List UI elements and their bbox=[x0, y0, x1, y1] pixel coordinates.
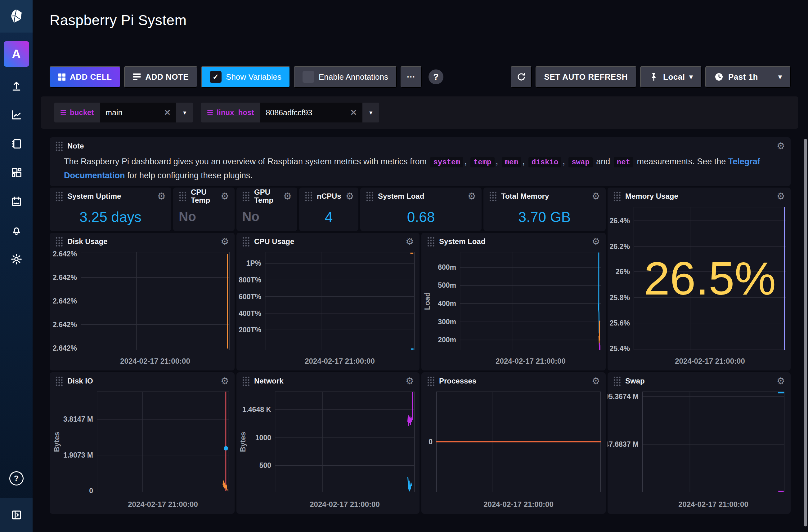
drag-handle-icon[interactable] bbox=[242, 236, 250, 247]
gear-icon[interactable]: ⚙ bbox=[777, 141, 785, 151]
x-axis-label: 2024-02-17 21:00:00 bbox=[642, 500, 785, 509]
dashboards-icon[interactable] bbox=[10, 166, 23, 179]
notebooks-icon[interactable] bbox=[10, 137, 23, 150]
gear-icon[interactable]: ⚙ bbox=[221, 192, 229, 201]
gear-icon[interactable]: ⚙ bbox=[221, 376, 229, 386]
drag-handle-icon[interactable] bbox=[489, 191, 497, 202]
drag-handle-icon[interactable] bbox=[55, 376, 63, 386]
drag-handle-icon[interactable] bbox=[242, 376, 250, 386]
variable-linux-host-input[interactable]: 8086adfccf93 ✕ bbox=[260, 102, 363, 122]
y-axis-tick-label: 2.642% bbox=[53, 320, 77, 329]
note-text-run: , bbox=[522, 157, 527, 166]
gear-icon[interactable]: ⚙ bbox=[592, 237, 600, 246]
drag-handle-icon[interactable] bbox=[179, 191, 186, 202]
influxdb-logo[interactable] bbox=[0, 0, 33, 33]
gear-icon[interactable]: ⚙ bbox=[777, 192, 785, 201]
alerts-icon[interactable] bbox=[10, 224, 23, 237]
set-auto-refresh-button[interactable]: SET AUTO REFRESH bbox=[536, 66, 637, 88]
cell-system-uptime: System Uptime ⚙ 3.25 days bbox=[50, 188, 171, 231]
more-options-button[interactable]: ··· bbox=[401, 66, 422, 88]
drag-handle-icon[interactable] bbox=[55, 141, 63, 151]
clear-icon[interactable]: ✕ bbox=[350, 108, 357, 117]
add-note-label: ADD NOTE bbox=[145, 72, 189, 82]
show-variables-toggle[interactable]: ✓ Show Variables bbox=[201, 66, 290, 88]
drag-handle-icon[interactable] bbox=[427, 376, 435, 386]
tasks-icon[interactable] bbox=[10, 195, 23, 208]
variable-bucket-input[interactable]: main ✕ bbox=[100, 102, 176, 122]
variable-bucket-dropdown[interactable]: bucket bbox=[54, 102, 100, 122]
add-note-button[interactable]: ADD NOTE bbox=[124, 66, 197, 88]
cell-title: Disk IO bbox=[67, 377, 93, 385]
drag-handle-icon[interactable] bbox=[305, 191, 312, 202]
chart-memory-usage: 26.4%26.2%26%25.8%25.6%25.4% 26.5% 2024-… bbox=[608, 188, 791, 370]
chevron-down-icon: ▾ bbox=[689, 73, 693, 81]
enable-annotations-toggle[interactable]: Enable Annotations bbox=[294, 66, 397, 88]
stat-value: 3.70 GB bbox=[483, 203, 606, 231]
variable-icon bbox=[207, 110, 213, 116]
sidebar-nav bbox=[0, 80, 33, 266]
gear-icon[interactable]: ⚙ bbox=[406, 237, 414, 246]
gear-icon[interactable]: ⚙ bbox=[777, 376, 785, 386]
gear-icon[interactable]: ⚙ bbox=[221, 237, 229, 246]
gear-icon[interactable]: ⚙ bbox=[467, 192, 476, 201]
y-axis-tick-label: 25.6% bbox=[610, 319, 630, 327]
drag-handle-icon[interactable] bbox=[366, 191, 373, 202]
settings-icon[interactable] bbox=[10, 253, 23, 266]
x-axis-label: 2024-02-17 21:00:00 bbox=[265, 357, 415, 365]
add-cell-button[interactable]: ADD CELL bbox=[50, 66, 121, 88]
avatar[interactable]: A bbox=[4, 41, 29, 66]
cell-total-memory: Total Memory ⚙ 3.70 GB bbox=[483, 188, 606, 231]
x-axis-label: 2024-02-17 21:00:00 bbox=[460, 357, 601, 365]
time-range-dropdown[interactable]: Past 1h ▾ bbox=[705, 66, 791, 88]
page-title[interactable]: Raspberry Pi System bbox=[50, 12, 187, 28]
y-axis-tick-label: 26% bbox=[616, 268, 630, 276]
drag-handle-icon[interactable] bbox=[427, 236, 435, 247]
vertical-scrollbar[interactable] bbox=[804, 139, 807, 527]
drag-handle-icon[interactable] bbox=[55, 191, 63, 202]
help-badge[interactable]: ? bbox=[428, 70, 443, 84]
cell-swap: Swap ⚙ 95.3674 M47.6837 M 2024-02-17 21:… bbox=[608, 372, 791, 514]
chart-network: Bytes 1.4648 K1000500 2024-02-17 21:00:0… bbox=[236, 372, 420, 514]
checkbox-unchecked-icon[interactable] bbox=[302, 71, 314, 83]
refresh-button[interactable] bbox=[511, 66, 532, 88]
ellipsis-icon: ··· bbox=[407, 72, 415, 82]
drag-handle-icon[interactable] bbox=[242, 191, 250, 202]
gear-icon[interactable]: ⚙ bbox=[592, 376, 600, 386]
gear-icon[interactable]: ⚙ bbox=[346, 192, 354, 201]
note-code-chip: swap bbox=[568, 157, 593, 167]
note-code-chip: temp bbox=[471, 157, 495, 167]
gear-icon[interactable]: ⚙ bbox=[283, 192, 292, 201]
time-range-label: Past 1h bbox=[728, 72, 758, 82]
help-icon[interactable]: ? bbox=[9, 471, 23, 486]
y-axis-tick-label: 0 bbox=[89, 487, 93, 495]
y-axis-tick-label: 0 bbox=[428, 438, 433, 446]
gear-icon[interactable]: ⚙ bbox=[592, 192, 600, 201]
gear-icon[interactable]: ⚙ bbox=[157, 192, 166, 201]
clear-icon[interactable]: ✕ bbox=[164, 108, 171, 117]
drag-handle-icon[interactable] bbox=[613, 376, 621, 386]
chevron-down-icon[interactable]: ▾ bbox=[176, 102, 193, 122]
drag-handle-icon[interactable] bbox=[55, 236, 63, 247]
gear-icon[interactable]: ⚙ bbox=[406, 376, 414, 386]
show-variables-label: Show Variables bbox=[226, 72, 281, 82]
timezone-dropdown[interactable]: Local ▾ bbox=[640, 66, 702, 88]
data-explorer-icon[interactable] bbox=[10, 109, 23, 121]
checkbox-checked-icon[interactable]: ✓ bbox=[210, 71, 222, 83]
x-axis-label: 2024-02-17 21:00:00 bbox=[81, 357, 229, 365]
y-axis-tick-label: 500 bbox=[259, 461, 271, 470]
y-axis-tick-label: 25.4% bbox=[610, 344, 630, 353]
x-axis-label: 2024-02-17 21:00:00 bbox=[633, 357, 786, 365]
drag-handle-icon[interactable] bbox=[613, 191, 621, 202]
data-point-dot bbox=[224, 446, 228, 451]
chart-disk-io: Bytes 3.8147 M1.9073 M0 2024-02-17 21:00… bbox=[50, 372, 235, 514]
variables-bar: bucket main ✕ ▾ linux_host 8086adfccf93 … bbox=[41, 96, 798, 129]
upload-icon[interactable] bbox=[10, 80, 23, 93]
cell-title: System Load bbox=[439, 238, 485, 246]
expand-sidebar-icon[interactable] bbox=[0, 498, 33, 532]
variable-name: bucket bbox=[70, 108, 94, 117]
note-text-run: measurements. See the bbox=[635, 157, 728, 166]
variable-linux-host-dropdown[interactable]: linux_host bbox=[201, 102, 260, 122]
cell-title: Swap bbox=[625, 377, 645, 385]
x-axis-label: 2024-02-17 21:00:00 bbox=[275, 500, 415, 509]
chevron-down-icon[interactable]: ▾ bbox=[363, 102, 379, 122]
